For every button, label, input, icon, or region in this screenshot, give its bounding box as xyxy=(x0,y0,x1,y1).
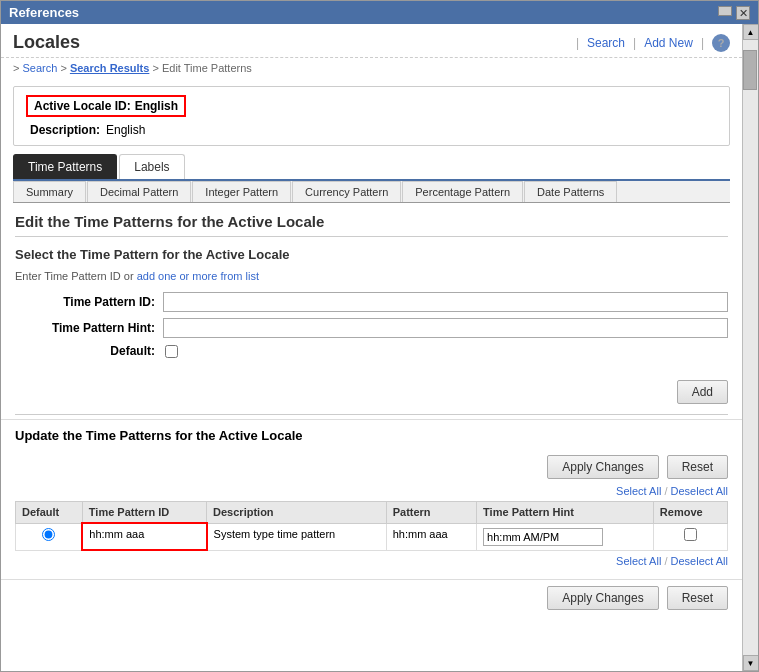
cell-pattern: hh:mm aaa xyxy=(386,523,476,550)
time-pattern-id-label: Time Pattern ID: xyxy=(15,295,155,309)
scroll-up-button[interactable]: ▲ xyxy=(743,24,759,40)
col-pattern: Pattern xyxy=(386,502,476,524)
default-label: Default: xyxy=(15,344,155,358)
select-all-link-top[interactable]: Select All xyxy=(616,485,661,497)
col-remove: Remove xyxy=(653,502,727,524)
primary-tabs: Time Patterns Labels xyxy=(13,154,730,181)
header-bar: Locales | Search | Add New | ? xyxy=(1,24,742,58)
add-new-link[interactable]: Add New xyxy=(644,36,693,50)
locale-info-box: Active Locale ID: English Description: E… xyxy=(13,86,730,146)
active-locale-row: Active Locale ID: English xyxy=(26,95,717,117)
col-time-pattern-id: Time Pattern ID xyxy=(82,502,206,524)
col-description: Description xyxy=(207,502,387,524)
description-label: Description: xyxy=(30,123,100,137)
cell-default xyxy=(16,523,83,550)
col-default: Default xyxy=(16,502,83,524)
deselect-all-link-top[interactable]: Deselect All xyxy=(671,485,728,497)
table-row: hh:mm aaa System type time pattern hh:mm… xyxy=(16,523,728,550)
default-checkbox[interactable] xyxy=(165,345,178,358)
update-section-title: Update the Time Patterns for the Active … xyxy=(15,428,728,443)
description-value: English xyxy=(106,123,145,137)
cell-description: System type time pattern xyxy=(207,523,387,550)
tab-decimal-pattern[interactable]: Decimal Pattern xyxy=(87,181,191,202)
time-pattern-hint-input[interactable] xyxy=(163,318,728,338)
col-time-pattern-hint: Time Pattern Hint xyxy=(477,502,654,524)
bottom-actions: Apply Changes Reset xyxy=(1,579,742,616)
default-radio[interactable] xyxy=(42,528,55,541)
header-actions: | Search | Add New | ? xyxy=(576,34,730,52)
time-pattern-hint-row: Time Pattern Hint: xyxy=(15,318,728,338)
content-area: Locales | Search | Add New | ? > Search … xyxy=(1,24,742,671)
edit-section-title: Edit the Time Patterns for the Active Lo… xyxy=(15,213,728,237)
update-section: Update the Time Patterns for the Active … xyxy=(1,419,742,579)
minimize-icon[interactable] xyxy=(718,6,732,16)
breadcrumb-current: Edit Time Patterns xyxy=(162,62,252,74)
top-action-row: Apply Changes Reset xyxy=(15,451,728,485)
add-from-list-link[interactable]: add one or more from list xyxy=(137,270,259,282)
search-link[interactable]: Search xyxy=(587,36,625,50)
time-pattern-id-row: Time Pattern ID: xyxy=(15,292,728,312)
remove-checkbox[interactable] xyxy=(684,528,697,541)
data-table: Default Time Pattern ID Description Patt… xyxy=(15,501,728,551)
default-row: Default: xyxy=(15,344,728,358)
divider1 xyxy=(15,414,728,415)
hint-input[interactable] xyxy=(483,528,603,546)
tab-labels[interactable]: Labels xyxy=(119,154,184,179)
select-section-title: Select the Time Pattern for the Active L… xyxy=(15,247,728,262)
time-pattern-hint-label: Time Pattern Hint: xyxy=(15,321,155,335)
main-content: Locales | Search | Add New | ? > Search … xyxy=(1,24,758,671)
active-locale-label: Active Locale ID: English xyxy=(26,95,186,117)
breadcrumb: > Search > Search Results > Edit Time Pa… xyxy=(1,58,742,78)
select-all-row-bottom: Select All / Deselect All xyxy=(15,555,728,567)
tab-integer-pattern[interactable]: Integer Pattern xyxy=(192,181,291,202)
scrollbar-track[interactable] xyxy=(743,40,758,655)
cell-time-pattern-id: hh:mm aaa xyxy=(82,523,206,550)
select-all-link-bottom[interactable]: Select All xyxy=(616,555,661,567)
breadcrumb-search[interactable]: Search xyxy=(22,62,57,74)
scroll-down-button[interactable]: ▼ xyxy=(743,655,759,671)
apply-changes-button-top[interactable]: Apply Changes xyxy=(547,455,658,479)
cell-remove xyxy=(653,523,727,550)
deselect-all-link-bottom[interactable]: Deselect All xyxy=(671,555,728,567)
window: References ✕ Locales | Search | Add New … xyxy=(0,0,759,672)
separator3: | xyxy=(701,36,704,50)
tab-date-patterns[interactable]: Date Patterns xyxy=(524,181,617,202)
scrollbar-thumb[interactable] xyxy=(743,50,757,90)
edit-section: Edit the Time Patterns for the Active Lo… xyxy=(1,203,742,374)
tab-currency-pattern[interactable]: Currency Pattern xyxy=(292,181,401,202)
tab-summary[interactable]: Summary xyxy=(13,181,86,202)
description-row: Description: English xyxy=(26,123,717,137)
separator2: | xyxy=(633,36,636,50)
reset-button-bottom[interactable]: Reset xyxy=(667,586,728,610)
title-bar: References ✕ xyxy=(1,1,758,24)
add-button-row: Add xyxy=(1,374,742,410)
close-icon[interactable]: ✕ xyxy=(736,6,750,20)
separator: | xyxy=(576,36,579,50)
tab-percentage-pattern[interactable]: Percentage Pattern xyxy=(402,181,523,202)
secondary-tabs: Summary Decimal Pattern Integer Pattern … xyxy=(13,181,730,203)
add-button[interactable]: Add xyxy=(677,380,728,404)
active-locale-value: English xyxy=(135,99,178,113)
breadcrumb-search-results[interactable]: Search Results xyxy=(70,62,149,74)
window-controls: ✕ xyxy=(718,6,750,20)
apply-changes-button-bottom[interactable]: Apply Changes xyxy=(547,586,658,610)
cell-time-pattern-hint xyxy=(477,523,654,550)
select-all-row-top: Select All / Deselect All xyxy=(15,485,728,497)
time-pattern-id-input[interactable] xyxy=(163,292,728,312)
help-icon[interactable]: ? xyxy=(712,34,730,52)
section-note: Enter Time Pattern ID or add one or more… xyxy=(15,270,728,282)
page-title: Locales xyxy=(13,32,80,53)
reset-button-top[interactable]: Reset xyxy=(667,455,728,479)
tab-time-patterns[interactable]: Time Patterns xyxy=(13,154,117,179)
window-title: References xyxy=(9,5,79,20)
scrollbar[interactable]: ▲ ▼ xyxy=(742,24,758,671)
